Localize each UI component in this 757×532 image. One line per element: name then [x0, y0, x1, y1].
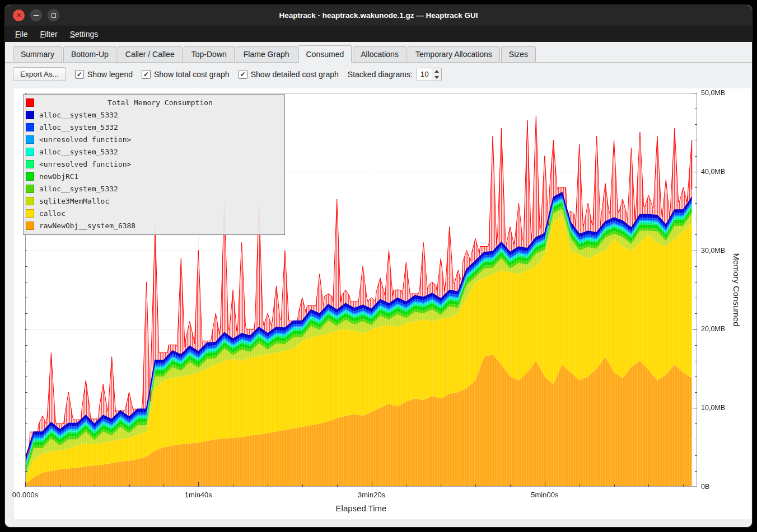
legend-item-label: <unresolved function>	[39, 135, 131, 144]
tab-bottom-up[interactable]: Bottom-Up	[63, 46, 116, 63]
legend-item: <unresolved function>	[26, 158, 281, 170]
export-as-button[interactable]: Export As...	[13, 67, 66, 81]
y-axis-title: Memory Consumed	[732, 253, 741, 327]
consumed-chart-widget: 0B10,0MB20,0MB30,0MB40,0MB50,0MB00.000s1…	[14, 88, 751, 519]
stacked-diagrams-label: Stacked diagrams:	[348, 70, 413, 79]
y-axis-tick-label: 30,0MB	[701, 247, 725, 255]
spin-down-button[interactable]	[432, 74, 441, 81]
x-axis-tick-label: 5min00s	[531, 491, 558, 499]
legend-item-label: alloc__system_5332	[39, 123, 118, 131]
legend-item-label: sqlite3MemMalloc	[39, 197, 109, 205]
legend-color-swatch	[26, 148, 34, 156]
menu-filter[interactable]: Filter	[35, 27, 63, 41]
tab-consumed[interactable]: Consumed	[298, 45, 352, 63]
legend-color-swatch	[26, 160, 34, 168]
checkmark-icon	[75, 70, 84, 79]
tab-top-down[interactable]: Top-Down	[184, 46, 235, 63]
legend-item: alloc__system_5332	[26, 145, 281, 158]
window-title: Heaptrack - heaptrack.wakunode.1.gz — He…	[5, 11, 752, 20]
legend-item: alloc__system_5332	[26, 182, 281, 195]
legend-item-label: calloc	[39, 209, 66, 218]
x-axis-title: Elapsed Time	[336, 503, 387, 513]
minimize-icon	[34, 15, 39, 16]
tab-summary[interactable]: Summary	[13, 46, 62, 63]
legend-title-row: Total Memory Consumption	[26, 96, 281, 109]
legend-color-swatch	[26, 209, 34, 218]
legend-color-swatch	[26, 123, 34, 131]
legend-color-swatch	[26, 185, 34, 193]
legend-color-swatch	[26, 98, 34, 107]
legend-item: alloc__system_5332	[26, 121, 281, 133]
x-axis-tick-label: 3min20s	[358, 491, 385, 499]
y-axis-tick-label: 20,0MB	[701, 325, 725, 333]
legend-color-swatch	[26, 111, 34, 119]
legend-item-label: rawNewObj__system_6388	[39, 222, 135, 230]
spin-up-button[interactable]	[432, 68, 441, 74]
checkbox-label: Show total cost graph	[154, 70, 230, 79]
legend-item: <unresolved function>	[26, 133, 281, 145]
legend-item-label: <unresolved function>	[39, 160, 131, 168]
legend-item-label: alloc__system_5332	[39, 148, 118, 156]
checkbox-label: Show legend	[87, 70, 133, 79]
chart-toolbar: Export As... Show legend Show total cost…	[5, 63, 752, 86]
legend-title: Total Memory Consumption	[39, 98, 281, 107]
main-content: Summary Bottom-Up Caller / Callee Top-Do…	[5, 42, 752, 527]
y-axis-tick-label: 50,0MB	[701, 89, 725, 97]
legend-color-swatch	[26, 222, 34, 230]
show-detailed-cost-graph-checkbox[interactable]: Show detailed cost graph	[239, 70, 339, 79]
maximize-button[interactable]	[48, 10, 59, 21]
legend-item: newObjRC1	[26, 170, 281, 182]
y-axis-tick-label: 0B	[701, 483, 709, 491]
legend-item-label: newObjRC1	[39, 172, 78, 181]
legend-item: calloc	[26, 207, 281, 219]
x-axis-tick-label: 1min40s	[185, 491, 212, 499]
stacked-diagrams-value: 10	[417, 68, 432, 81]
checkbox-label: Show detailed cost graph	[251, 70, 339, 79]
legend-color-swatch	[26, 135, 34, 144]
stacked-diagrams-spinbox[interactable]: 10	[417, 68, 442, 81]
tab-flame-graph[interactable]: Flame Graph	[236, 46, 297, 63]
y-axis-tick-label: 10,0MB	[701, 404, 725, 412]
legend-item: alloc__system_5332	[26, 109, 281, 121]
legend-item-label: alloc__system_5332	[39, 111, 118, 119]
titlebar: ✕ Heaptrack - heaptrack.wakunode.1.gz — …	[5, 5, 752, 26]
spinbox-arrows	[432, 68, 441, 81]
legend-item: rawNewObj__system_6388	[26, 219, 281, 232]
checkmark-icon	[142, 70, 151, 79]
tab-caller-callee[interactable]: Caller / Callee	[118, 46, 183, 63]
close-icon: ✕	[16, 12, 21, 18]
close-button[interactable]: ✕	[13, 10, 25, 21]
minimize-button[interactable]	[30, 10, 42, 21]
legend-item: sqlite3MemMalloc	[26, 195, 281, 207]
menu-file[interactable]: File	[10, 27, 34, 41]
legend-item-label: alloc__system_5332	[39, 185, 118, 193]
show-legend-checkbox[interactable]: Show legend	[75, 70, 133, 79]
menubar: File Filter Settings	[5, 26, 752, 42]
tab-sizes[interactable]: Sizes	[501, 46, 536, 63]
chevron-down-icon	[434, 76, 439, 79]
stacked-diagrams-group: Stacked diagrams: 10	[348, 68, 442, 81]
tab-temporary-allocations[interactable]: Temporary Allocations	[408, 46, 500, 63]
tab-bar: Summary Bottom-Up Caller / Callee Top-Do…	[5, 42, 752, 63]
maximize-icon	[52, 13, 56, 18]
menu-settings[interactable]: Settings	[64, 27, 104, 41]
legend-color-swatch	[26, 172, 34, 181]
heaptrack-window: ✕ Heaptrack - heaptrack.wakunode.1.gz — …	[4, 4, 753, 528]
legend-color-swatch	[26, 197, 34, 205]
chevron-up-icon	[434, 70, 439, 73]
tab-allocations[interactable]: Allocations	[353, 46, 406, 63]
chart-legend: Total Memory Consumptionalloc__system_53…	[23, 94, 285, 235]
y-axis-tick-label: 40,0MB	[701, 168, 725, 176]
show-total-cost-graph-checkbox[interactable]: Show total cost graph	[142, 70, 230, 79]
x-axis-tick-label: 00.000s	[12, 491, 38, 499]
checkmark-icon	[239, 70, 247, 79]
window-controls: ✕	[13, 5, 59, 26]
